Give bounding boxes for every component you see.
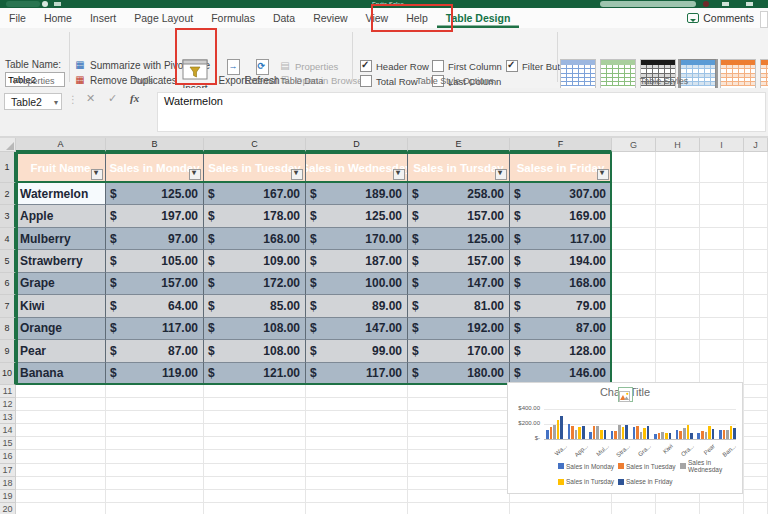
bar-sales-in-wednesday[interactable]	[618, 425, 621, 439]
sales-chart[interactable]: Chart Title $400.00$200.00$- Wa...App...…	[507, 382, 743, 494]
avatar[interactable]	[703, 1, 709, 7]
empty-cell[interactable]	[744, 398, 768, 411]
row-header-15[interactable]: 15	[0, 437, 16, 450]
bar-sales-in-tursday[interactable]	[643, 428, 646, 439]
money-cell[interactable]: $187.00	[306, 250, 408, 272]
money-cell[interactable]: $64.00	[106, 295, 204, 317]
empty-cell[interactable]	[656, 228, 700, 250]
empty-cell[interactable]	[306, 503, 408, 514]
search-input[interactable]	[600, 1, 696, 7]
money-cell[interactable]: $194.00	[510, 250, 612, 272]
empty-cell[interactable]	[744, 450, 768, 463]
empty-cell[interactable]	[700, 250, 744, 272]
empty-cell[interactable]	[744, 318, 768, 340]
empty-cell[interactable]	[656, 295, 700, 317]
empty-cell[interactable]	[204, 411, 306, 424]
money-cell[interactable]: $89.00	[306, 295, 408, 317]
column-header-d[interactable]: D	[306, 138, 408, 152]
money-cell[interactable]: $147.00	[408, 273, 510, 295]
empty-cell[interactable]	[612, 318, 656, 340]
empty-cell[interactable]	[306, 424, 408, 437]
money-cell[interactable]: $87.00	[106, 340, 204, 362]
money-cell[interactable]: $117.00	[510, 228, 612, 250]
legend-item-sales-in-tursday[interactable]: Sales in Tursday	[558, 478, 618, 485]
empty-cell[interactable]	[612, 503, 656, 514]
row-header-9[interactable]: 9	[0, 340, 16, 362]
empty-cell[interactable]	[106, 503, 204, 514]
filter-dropdown-icon[interactable]	[291, 169, 303, 180]
row-header-18[interactable]: 18	[0, 477, 16, 490]
row-header-14[interactable]: 14	[0, 424, 16, 437]
empty-cell[interactable]	[612, 228, 656, 250]
empty-cell[interactable]	[612, 273, 656, 295]
filter-button-checkbox[interactable]	[506, 60, 518, 72]
empty-cell[interactable]	[16, 385, 106, 398]
empty-cell[interactable]	[744, 250, 768, 272]
empty-cell[interactable]	[700, 503, 744, 514]
money-cell[interactable]: $157.00	[408, 250, 510, 272]
tab-page-layout[interactable]: Page Layout	[125, 9, 202, 28]
tab-formulas[interactable]: Formulas	[202, 9, 264, 28]
table-header-cell[interactable]: Sales in Monday	[106, 152, 204, 183]
settings-icon[interactable]	[722, 2, 729, 6]
fruit-cell[interactable]: Banana	[16, 363, 106, 385]
money-cell[interactable]: $169.00	[510, 205, 612, 227]
empty-cell[interactable]	[744, 437, 768, 450]
money-cell[interactable]: $167.00	[204, 183, 306, 205]
empty-cell[interactable]	[16, 398, 106, 411]
empty-cell[interactable]	[656, 152, 700, 183]
tab-data[interactable]: Data	[264, 9, 304, 28]
row-header-20[interactable]: 20	[0, 503, 16, 514]
bar-sales-in-tuesday[interactable]	[614, 431, 617, 439]
cut-off-ribbon-button[interactable]	[760, 11, 768, 28]
money-cell[interactable]: $168.00	[204, 228, 306, 250]
comments-button[interactable]: Comments	[687, 10, 754, 26]
empty-cell[interactable]	[16, 450, 106, 463]
empty-cell[interactable]	[106, 477, 204, 490]
empty-cell[interactable]	[744, 424, 768, 437]
table-style-dark-gray[interactable]	[640, 59, 676, 91]
bar-salese-in-friday[interactable]	[669, 433, 672, 439]
tab-review[interactable]: Review	[304, 9, 356, 28]
empty-cell[interactable]	[744, 205, 768, 227]
table-style-light-green-grid[interactable]	[600, 59, 636, 91]
minimize-icon[interactable]	[746, 2, 753, 6]
table-header-cell[interactable]: Sales in Tuesday	[204, 152, 306, 183]
enter-icon[interactable]: ✓	[108, 92, 117, 105]
row-header-17[interactable]: 17	[0, 464, 16, 477]
fx-icon[interactable]: fx	[130, 92, 139, 104]
empty-cell[interactable]	[408, 424, 510, 437]
empty-cell[interactable]	[306, 398, 408, 411]
money-cell[interactable]: $307.00	[510, 183, 612, 205]
filter-dropdown-icon[interactable]	[495, 169, 507, 180]
money-cell[interactable]: $128.00	[510, 340, 612, 362]
empty-cell[interactable]	[408, 450, 510, 463]
money-cell[interactable]: $100.00	[306, 273, 408, 295]
empty-cell[interactable]	[612, 250, 656, 272]
money-cell[interactable]: $168.00	[510, 273, 612, 295]
empty-cell[interactable]	[744, 152, 768, 183]
checkbox-first-column[interactable]: First Column	[432, 60, 502, 72]
empty-cell[interactable]	[656, 340, 700, 362]
bar-sales-in-tuesday[interactable]	[571, 426, 574, 439]
empty-cell[interactable]	[656, 205, 700, 227]
empty-cell[interactable]	[204, 385, 306, 398]
fruit-cell[interactable]: Kiwi	[16, 295, 106, 317]
bar-sales-in-tursday[interactable]	[730, 426, 733, 440]
money-cell[interactable]: $192.00	[408, 318, 510, 340]
empty-cell[interactable]	[306, 411, 408, 424]
table-header-cell[interactable]: Fruit Name	[16, 152, 106, 183]
empty-cell[interactable]	[408, 490, 510, 503]
money-cell[interactable]: $105.00	[106, 250, 204, 272]
empty-cell[interactable]	[106, 385, 204, 398]
bar-salese-in-friday[interactable]	[604, 430, 607, 439]
chart-title-image-icon[interactable]	[618, 387, 633, 402]
bar-sales-in-monday[interactable]	[589, 432, 592, 439]
row-header-3[interactable]: 3	[0, 205, 16, 227]
empty-cell[interactable]	[204, 398, 306, 411]
empty-cell[interactable]	[744, 503, 768, 514]
empty-cell[interactable]	[744, 228, 768, 250]
empty-cell[interactable]	[744, 477, 768, 490]
empty-cell[interactable]	[700, 228, 744, 250]
tab-home[interactable]: Home	[35, 9, 81, 28]
